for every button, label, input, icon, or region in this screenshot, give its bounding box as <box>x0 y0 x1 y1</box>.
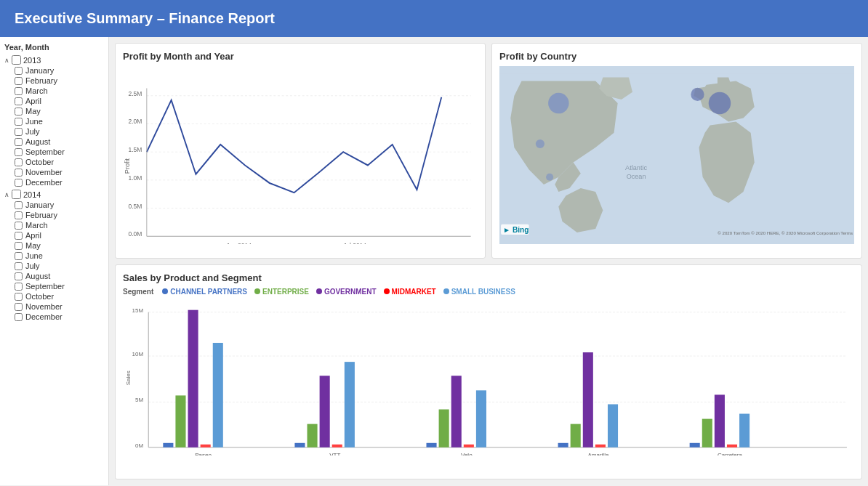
month-item-march[interactable]: March <box>4 86 104 96</box>
svg-rect-62 <box>464 444 474 447</box>
month-checkbox-february[interactable] <box>15 77 23 85</box>
month-label: August <box>25 137 50 146</box>
month-item-may[interactable]: May <box>4 106 104 116</box>
month-item-december[interactable]: December <box>4 312 104 322</box>
month-item-march[interactable]: March <box>4 220 104 230</box>
month-item-september[interactable]: September <box>4 147 104 157</box>
month-item-august[interactable]: August <box>4 137 104 147</box>
legend-dot <box>316 288 322 294</box>
svg-text:2.5M: 2.5M <box>129 89 142 97</box>
month-checkbox-march[interactable] <box>15 222 23 230</box>
svg-rect-54 <box>308 424 318 447</box>
month-item-october[interactable]: October <box>4 291 104 301</box>
legend-item-midmarket: MIDMARKET <box>384 288 436 296</box>
year-checkbox-2014[interactable] <box>12 190 21 199</box>
month-item-january[interactable]: January <box>4 200 104 210</box>
year-group-2014: ∧2014JanuaryFebruaryMarchAprilMayJuneJul… <box>4 189 104 322</box>
month-item-june[interactable]: June <box>4 116 104 126</box>
legend-label: GOVERNMENT <box>324 288 377 296</box>
month-checkbox-october[interactable] <box>15 158 23 166</box>
month-checkbox-june[interactable] <box>15 252 23 260</box>
month-item-april[interactable]: April <box>4 96 104 106</box>
month-checkbox-october[interactable] <box>15 293 23 301</box>
legend-dot <box>162 288 168 294</box>
month-item-september[interactable]: September <box>4 281 104 291</box>
svg-rect-74 <box>727 444 737 447</box>
legend-label: CHANNEL PARTNERS <box>170 288 247 296</box>
profit-country-title: Profit by Country <box>499 51 854 62</box>
month-checkbox-november[interactable] <box>15 169 23 177</box>
header-title: Executive Summary – Finance Report <box>15 10 275 26</box>
month-checkbox-august[interactable] <box>15 272 23 280</box>
svg-text:5M: 5M <box>135 397 143 403</box>
svg-rect-55 <box>320 376 330 447</box>
svg-rect-61 <box>451 376 462 447</box>
month-checkbox-may[interactable] <box>15 108 23 116</box>
month-label: May <box>25 107 41 116</box>
sidebar: Year, Month ∧2013JanuaryFebruaryMarchApr… <box>0 37 109 485</box>
month-item-july[interactable]: July <box>4 126 104 137</box>
month-checkbox-december[interactable] <box>15 313 23 321</box>
month-checkbox-june[interactable] <box>15 118 23 126</box>
svg-text:► Bing: ► Bing <box>503 226 529 234</box>
month-checkbox-september[interactable] <box>15 148 23 156</box>
svg-text:0.5M: 0.5M <box>129 202 142 209</box>
month-checkbox-february[interactable] <box>15 211 23 219</box>
month-checkbox-january[interactable] <box>15 67 23 75</box>
svg-text:0M: 0M <box>135 442 143 448</box>
month-item-june[interactable]: June <box>4 251 104 261</box>
month-item-february[interactable]: February <box>4 210 104 220</box>
month-checkbox-may[interactable] <box>15 242 23 250</box>
month-label: October <box>25 292 54 301</box>
page-header: Executive Summary – Finance Report <box>0 0 868 37</box>
month-checkbox-november[interactable] <box>15 303 23 311</box>
month-checkbox-march[interactable] <box>15 87 23 95</box>
month-item-november[interactable]: November <box>4 301 104 312</box>
month-item-november[interactable]: November <box>4 167 104 177</box>
month-label: January <box>25 66 54 75</box>
month-item-april[interactable]: April <box>4 230 104 240</box>
month-item-december[interactable]: December <box>4 177 104 187</box>
legend-label: MIDMARKET <box>392 288 436 296</box>
collapse-arrow-icon: ∧ <box>4 191 9 198</box>
month-label: November <box>25 168 63 177</box>
month-checkbox-december[interactable] <box>15 179 23 187</box>
month-checkbox-september[interactable] <box>15 283 23 291</box>
month-checkbox-april[interactable] <box>15 232 23 240</box>
svg-rect-59 <box>426 442 436 447</box>
svg-point-29 <box>548 93 568 113</box>
month-label: November <box>25 302 63 311</box>
legend-dot <box>443 288 449 294</box>
year-header-2014[interactable]: ∧2014 <box>4 189 104 200</box>
month-item-august[interactable]: August <box>4 271 104 281</box>
month-checkbox-july[interactable] <box>15 128 23 136</box>
month-label: September <box>25 147 65 156</box>
month-label: April <box>25 97 41 105</box>
month-item-may[interactable]: May <box>4 240 104 251</box>
svg-text:VTT: VTT <box>329 451 340 455</box>
month-item-october[interactable]: October <box>4 157 104 167</box>
svg-text:Ocean: Ocean <box>627 173 646 180</box>
svg-rect-71 <box>690 442 700 447</box>
sales-product-card: Sales by Product and Segment Segment CHA… <box>115 264 862 480</box>
month-label: August <box>25 272 50 280</box>
month-item-january[interactable]: January <box>4 65 104 76</box>
svg-rect-68 <box>595 444 606 447</box>
svg-rect-49 <box>188 309 198 447</box>
month-label: April <box>25 231 41 240</box>
segment-legend: Segment CHANNEL PARTNERSENTERPRISEGOVERN… <box>123 288 854 296</box>
month-item-february[interactable]: February <box>4 76 104 86</box>
segment-label: Segment <box>123 288 153 296</box>
svg-rect-57 <box>345 362 355 447</box>
month-checkbox-april[interactable] <box>15 97 23 105</box>
svg-rect-65 <box>558 442 568 447</box>
year-header-2013[interactable]: ∧2013 <box>4 54 104 65</box>
month-checkbox-january[interactable] <box>15 201 23 209</box>
legend-dot <box>254 288 260 294</box>
year-checkbox-2013[interactable] <box>12 55 21 65</box>
svg-text:Atlantic: Atlantic <box>625 164 647 171</box>
month-checkbox-july[interactable] <box>15 262 23 270</box>
month-checkbox-august[interactable] <box>15 138 23 146</box>
svg-text:© 2020 TomTom © 2020 HERE, © 2: © 2020 TomTom © 2020 HERE, © 2020 Micros… <box>718 230 853 235</box>
month-item-july[interactable]: July <box>4 261 104 271</box>
